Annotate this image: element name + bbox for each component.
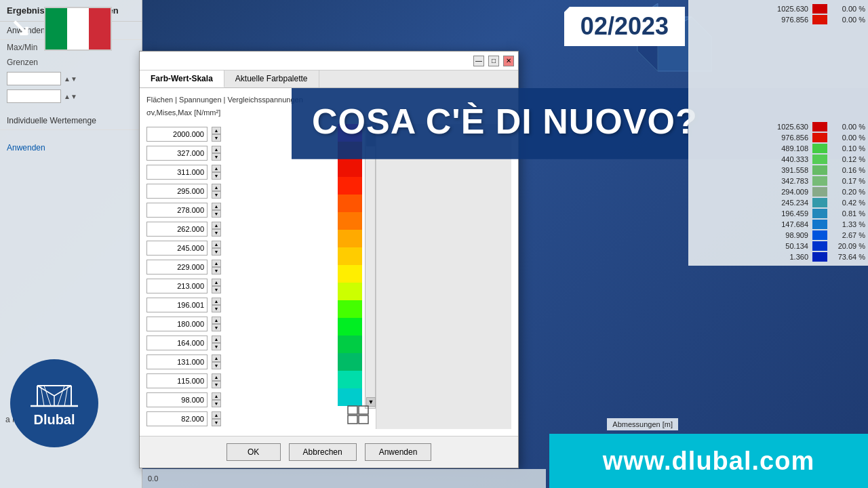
sidebar-input-1[interactable] bbox=[7, 72, 61, 85]
spinner-down-btn[interactable]: ▼ bbox=[212, 400, 221, 407]
spinner-up-btn[interactable]: ▲ bbox=[212, 279, 221, 286]
spinner-up-btn[interactable]: ▲ bbox=[212, 336, 221, 343]
spinner-up-btn[interactable]: ▲ bbox=[212, 165, 221, 172]
sidebar-input-2[interactable] bbox=[7, 89, 61, 103]
dlubal-logo: Dlubal bbox=[10, 359, 98, 447]
scale-scrollbar[interactable]: ▼ bbox=[365, 124, 376, 409]
spinner-up-btn[interactable]: ▲ bbox=[212, 373, 221, 381]
dialog-maximize-button[interactable]: □ bbox=[488, 56, 499, 66]
spinner-up-btn[interactable]: ▲ bbox=[212, 127, 221, 134]
tab-farb-wert-skala[interactable]: Farb-Wert-Skala bbox=[140, 70, 224, 87]
scale-value-input[interactable] bbox=[146, 260, 208, 274]
spinner-up-btn[interactable]: ▲ bbox=[212, 222, 221, 229]
dialog-close-button[interactable]: ✕ bbox=[503, 56, 514, 66]
scale-value-input[interactable] bbox=[146, 336, 208, 350]
legend-row: 1.360 73.64 % bbox=[691, 252, 865, 262]
legend-value: 147.684 bbox=[764, 220, 808, 228]
scale-value-input[interactable] bbox=[146, 203, 208, 218]
spinner-down-btn[interactable]: ▼ bbox=[212, 305, 221, 312]
scale-spinner: ▲▼ bbox=[212, 127, 221, 142]
dialog-titlebar: — □ ✕ bbox=[140, 52, 518, 70]
ok-button[interactable]: OK bbox=[226, 443, 281, 461]
legend-value: 1.360 bbox=[764, 253, 808, 261]
spinner-up-btn[interactable]: ▲ bbox=[212, 260, 221, 267]
spinner-down-btn[interactable]: ▼ bbox=[212, 343, 221, 350]
spinner-down-btn[interactable]: ▼ bbox=[212, 286, 221, 293]
scale-value-input[interactable] bbox=[146, 392, 208, 407]
flag-red bbox=[89, 8, 111, 49]
spinner-down-btn[interactable]: ▼ bbox=[212, 419, 221, 426]
spinner-up-btn[interactable]: ▲ bbox=[212, 392, 221, 400]
dialog-minimize-button[interactable]: — bbox=[473, 56, 484, 66]
spinner-down-btn[interactable]: ▼ bbox=[212, 172, 221, 180]
legend-bar bbox=[812, 144, 827, 153]
scale-value-input[interactable] bbox=[146, 184, 208, 199]
spinner-down-btn[interactable]: ▼ bbox=[212, 381, 221, 388]
spinner-up-btn[interactable]: ▲ bbox=[212, 298, 221, 305]
spinner-down-btn[interactable]: ▼ bbox=[212, 229, 221, 237]
legend-row: 1025.630 0.00 % bbox=[691, 122, 865, 131]
color-bar-item bbox=[338, 159, 362, 177]
scale-value-input[interactable] bbox=[146, 373, 208, 388]
color-bar-item bbox=[338, 336, 362, 353]
spinner-down-btn[interactable]: ▼ bbox=[212, 191, 221, 199]
spinner-up-btn[interactable]: ▲ bbox=[212, 146, 221, 153]
dialog-tabs: Farb-Wert-Skala Aktuelle Farbpalette bbox=[140, 70, 518, 88]
legend-value: 976.856 bbox=[764, 134, 808, 142]
scale-value-input[interactable] bbox=[146, 317, 208, 331]
color-bar-item bbox=[338, 371, 362, 388]
sidebar-spinner-2: ▲▼ bbox=[64, 93, 77, 100]
spinner-down-btn[interactable]: ▼ bbox=[212, 324, 221, 331]
spinner-down-btn[interactable]: ▼ bbox=[212, 362, 221, 369]
color-bar-item bbox=[338, 353, 362, 371]
scale-spinner: ▲▼ bbox=[212, 336, 221, 350]
scale-value-input[interactable] bbox=[146, 146, 208, 161]
spinner-up-btn[interactable]: ▲ bbox=[212, 184, 221, 191]
spinner-down-btn[interactable]: ▼ bbox=[212, 267, 221, 274]
scale-value-input[interactable] bbox=[146, 411, 208, 426]
flag-green bbox=[45, 8, 67, 49]
spinner-up-btn[interactable]: ▲ bbox=[212, 317, 221, 324]
scale-value-input[interactable] bbox=[146, 279, 208, 293]
color-bar-item bbox=[338, 300, 362, 318]
legend-row: 294.009 0.20 % bbox=[691, 187, 865, 197]
spinner-up-btn[interactable]: ▲ bbox=[212, 241, 221, 248]
spinner-up-btn[interactable]: ▲ bbox=[212, 203, 221, 210]
tab-aktuelle-farbpalette[interactable]: Aktuelle Farbpalette bbox=[224, 70, 319, 87]
legend-bar bbox=[812, 230, 827, 240]
scale-row: ▲▼ bbox=[146, 201, 338, 219]
scale-value-input[interactable] bbox=[146, 165, 208, 180]
spinner-up-btn[interactable]: ▲ bbox=[212, 354, 221, 362]
spinner-down-btn[interactable]: ▼ bbox=[212, 210, 221, 218]
legend-value: 196.459 bbox=[764, 209, 808, 218]
scale-value-input[interactable] bbox=[146, 298, 208, 312]
color-bars-container bbox=[338, 124, 362, 429]
spinner-down-btn[interactable]: ▼ bbox=[212, 248, 221, 256]
legend-value: 294.009 bbox=[764, 188, 808, 196]
sidebar-spinner-1: ▲▼ bbox=[64, 75, 77, 83]
scale-value-input[interactable] bbox=[146, 127, 208, 142]
legend-pct: 0.16 % bbox=[831, 166, 865, 174]
sidebar-input-row-2: ▲▼ bbox=[0, 87, 142, 105]
legend-pct: 0.10 % bbox=[831, 144, 865, 152]
apply-button[interactable]: Anwenden bbox=[365, 443, 432, 461]
bottom-toolbar: 0.0 bbox=[142, 469, 546, 488]
scale-value-input[interactable] bbox=[146, 222, 208, 237]
website-banner: www.dlubal.com bbox=[549, 434, 868, 488]
grid-icon[interactable] bbox=[347, 405, 369, 427]
cancel-button[interactable]: Abbrechen bbox=[289, 443, 357, 461]
svg-line-15 bbox=[58, 386, 64, 406]
svg-line-14 bbox=[44, 386, 51, 406]
scale-spinner: ▲▼ bbox=[212, 279, 221, 293]
scale-value-input[interactable] bbox=[146, 241, 208, 256]
scale-value-input[interactable] bbox=[146, 354, 208, 369]
legend-bar bbox=[812, 133, 827, 142]
spinner-up-btn[interactable]: ▲ bbox=[212, 411, 221, 419]
legend-value: 1025.630 bbox=[764, 123, 808, 131]
date-badge: 02/2023 bbox=[564, 7, 685, 46]
spinner-down-btn[interactable]: ▼ bbox=[212, 153, 221, 161]
legend-pct: 0.00 % bbox=[831, 16, 865, 24]
spinner-down-btn[interactable]: ▼ bbox=[212, 134, 221, 142]
legend-bar bbox=[812, 209, 827, 218]
legend-pct: 0.20 % bbox=[831, 188, 865, 196]
